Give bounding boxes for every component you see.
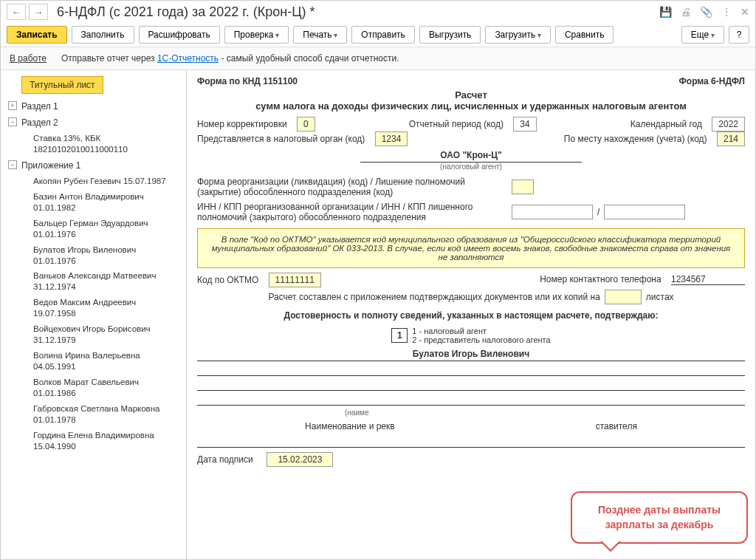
decrypt-button[interactable]: Расшифровать [139,26,220,44]
window-title: 6-НДФЛ (с 2021 года) за 2022 г. (Крон-Ц)… [57,4,656,20]
sheets-field[interactable] [605,290,642,304]
collapse-icon[interactable]: − [8,160,17,169]
list-item[interactable]: Гордина Елена Владимировна 15.04.1990 [1,428,186,454]
collapse-icon[interactable]: − [8,117,17,126]
tree-section2[interactable]: − Раздел 2 [1,115,186,131]
blank-line [197,379,745,391]
nav-forward-button[interactable]: → [29,4,48,20]
list-item[interactable]: Акопян Рубен Гезевич 15.07.1987 [1,174,186,189]
form-code: Форма 6-НДФЛ [679,76,745,86]
help-button[interactable]: ? [729,26,749,44]
sidebar-tree[interactable]: Титульный лист + Раздел 1 − Раздел 2 Ста… [1,70,187,559]
list-item[interactable]: Булатов Игорь Виленович 01.01.1976 [1,242,186,269]
location-field[interactable]: 214 [717,132,745,146]
info-link[interactable]: 1С-Отчетность [157,53,219,64]
compare-button[interactable]: Сравнить [555,26,614,44]
repr-doc-label: Наименование и рекв [305,421,395,431]
save-button[interactable]: Записать [7,26,67,44]
period-label: Отчетный период (код) [409,119,504,129]
list-item[interactable]: Базин Антон Владимирович 01.01.1982 [1,189,186,216]
export-button[interactable]: Выгрузить [419,26,481,44]
naim-hint: (наиме [197,409,745,417]
tax-auth-label: Представляется в налоговый орган (код) [197,134,365,144]
kpp-field[interactable] [604,205,685,219]
print-button[interactable]: Печать [293,26,347,44]
sheets-label2: листах [646,292,674,302]
signer-name: Булатов Игорь Виленович [197,349,745,361]
phone-label: Номер контактного телефона [540,274,661,284]
list-item[interactable]: Войцехович Игорь Борисович 31.12.1979 [1,321,186,348]
phone-field[interactable]: 1234567 [671,274,745,285]
inn-field[interactable] [512,205,593,219]
form-content[interactable]: Форма по КНД 1151100 Форма 6-НДФЛ Расчет… [187,70,755,559]
tax-auth-field[interactable]: 1234 [375,132,408,146]
more-button[interactable]: Еще [681,26,724,44]
send-button[interactable]: Отправить [351,26,415,44]
tree-appendix[interactable]: − Приложение 1 [1,157,186,174]
sign-date-label: Дата подписи [197,454,253,465]
corr-label: Номер корректировки [197,119,287,129]
blank-line [197,436,745,448]
tree-section1[interactable]: + Раздел 1 [1,98,186,115]
fill-button[interactable]: Заполнить [72,26,134,44]
import-button[interactable]: Загрузить [485,26,551,44]
sheets-label1: Расчет составлен с приложением подтвержд… [268,292,599,302]
menu-dots-icon[interactable]: ⋮ [721,6,732,18]
confirm-title: Достоверность и полноту сведений, указан… [197,310,745,321]
oktmo-note: В поле "Код по ОКТМО" указывается код му… [197,228,745,268]
form-main-title: Расчет [197,89,745,100]
year-field[interactable]: 2022 [712,117,745,132]
location-label: По месту нахождения (учета) (код) [564,134,707,144]
save-icon[interactable]: 💾 [659,6,672,18]
sign-date-field[interactable]: 15.02.2023 [267,452,333,467]
titlebar: ← → 6-НДФЛ (с 2021 года) за 2022 г. (Кро… [1,1,755,23]
blank-line [197,394,745,406]
inn-kpp-label: ИНН / КПП реорганизованной организации /… [197,202,507,222]
form-knd: Форма по КНД 1151100 [197,76,298,86]
print-icon[interactable]: 🖨 [681,6,691,18]
annotation-bubble: Позднее даты выплаты зарплаты за декабрь [571,491,748,544]
infobar: В работе Отправьте отчет через 1С-Отчетн… [1,47,755,70]
confirm-opt2: 2 - представитель налогового агента [412,335,550,344]
blank-line [197,364,745,376]
list-item[interactable]: Волина Ирина Валерьевна 04.05.1991 [1,348,186,375]
org-name: ОАО "Крон-Ц" [360,150,582,163]
tree-rate-kbk[interactable]: Ставка 13%, КБК 18210102010011000110 [1,131,186,157]
list-item[interactable]: Габровская Светлана Марковна 01.01.1978 [1,401,186,428]
org-hint: (налоговый агент) [197,163,745,171]
expand-icon[interactable]: + [8,101,17,110]
attach-icon[interactable]: 📎 [700,6,712,18]
reorg-field[interactable] [512,180,534,194]
confirm-opt1: 1 - налоговый агент [412,327,550,335]
status-link[interactable]: В работе [10,53,47,64]
reorg-label: Форма реорганизации (ликвидация) (код) /… [197,177,507,197]
oktmo-label: Код по ОКТМО [197,275,258,285]
nav-back-button[interactable]: ← [7,4,26,20]
info-text1: Отправьте отчет через [61,53,157,64]
confirm-type-field[interactable]: 1 [391,328,408,343]
toolbar: Записать Заполнить Расшифровать Проверка… [1,23,755,47]
close-icon[interactable]: ✕ [740,6,749,18]
period-field[interactable]: 34 [513,117,536,132]
repr-doc-tail: ставителя [596,421,637,431]
info-text2: - самый удобный способ сдачи отчетности. [221,53,399,64]
list-item[interactable]: Волков Марат Савельевич 01.01.1986 [1,375,186,401]
list-item[interactable]: Бальцер Герман Эдуардович 01.01.1976 [1,216,186,242]
corr-field[interactable]: 0 [297,117,315,132]
list-item[interactable]: Ваньков Александр Матвеевич 31.12.1974 [1,268,186,295]
list-item[interactable]: Ведов Максим Андреевич 19.07.1958 [1,295,186,321]
year-label: Календарный год [630,119,702,129]
tree-tab-title[interactable]: Титульный лист [21,76,103,94]
oktmo-field[interactable]: 11111111 [269,273,321,287]
form-subtitle: сумм налога на доходы физических лиц, ис… [197,100,745,112]
check-button[interactable]: Проверка [224,26,289,44]
